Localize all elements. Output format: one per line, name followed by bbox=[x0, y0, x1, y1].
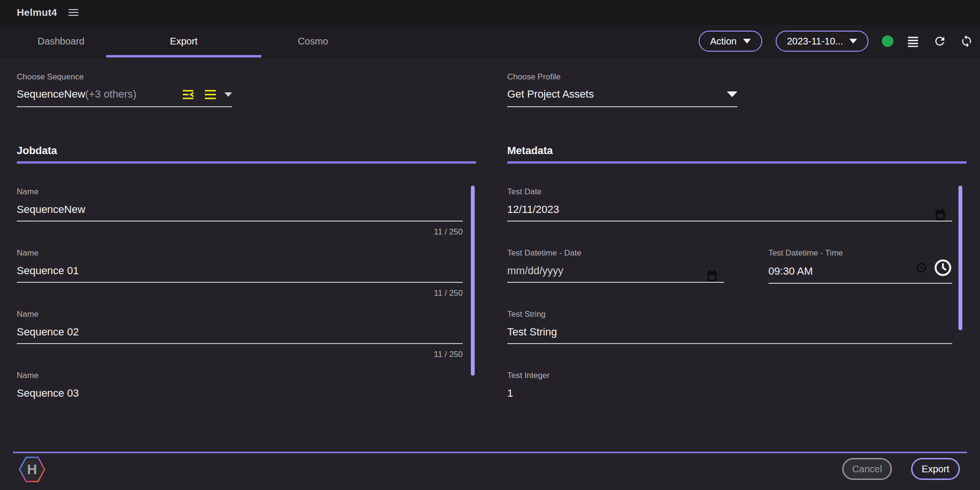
app-window: Helmut4 Dashboard Export Cosmo Action bbox=[0, 0, 980, 490]
test-integer-label: Test Integer bbox=[507, 370, 952, 381]
date-dropdown-button[interactable]: 2023-11-10... bbox=[776, 31, 869, 52]
footer-divider bbox=[13, 452, 967, 453]
jobdata-rule bbox=[17, 161, 476, 164]
tab-export[interactable]: Export bbox=[106, 25, 261, 57]
test-date-label: Test Date bbox=[507, 187, 952, 197]
char-counter: 11 / 250 bbox=[17, 289, 463, 298]
calendar-icon[interactable] bbox=[934, 208, 947, 223]
profile-chevron-down-icon[interactable] bbox=[727, 91, 737, 97]
test-string-input[interactable] bbox=[507, 325, 952, 339]
action-dropdown-label: Action bbox=[710, 36, 737, 47]
sequence-chooser-underline bbox=[17, 106, 232, 107]
sequence-chevron-down-icon[interactable] bbox=[224, 92, 232, 97]
cancel-button[interactable]: Cancel bbox=[842, 458, 892, 480]
test-datetime-date-label: Test Datetime - Date bbox=[507, 248, 724, 258]
input-underline bbox=[17, 282, 463, 283]
hamburger-menu-icon[interactable] bbox=[68, 9, 78, 16]
test-date-field: Test Date bbox=[507, 187, 952, 248]
sequence-chooser-extra: (+3 others) bbox=[85, 88, 136, 100]
log-list-icon[interactable] bbox=[907, 35, 920, 48]
name-label: Name bbox=[17, 248, 463, 258]
jobdata-field-list: Name 11 / 250 Name 11 / 250 Name 11 / 25… bbox=[17, 187, 463, 432]
top-bar: Helmut4 bbox=[0, 0, 980, 25]
input-underline bbox=[768, 283, 952, 284]
app-title: Helmut4 bbox=[17, 7, 57, 18]
test-string-field: Test String bbox=[507, 309, 952, 370]
metadata-section-header: Metadata bbox=[507, 145, 967, 164]
name-input-3[interactable] bbox=[17, 325, 463, 339]
jobdata-title: Jobdata bbox=[17, 145, 476, 157]
helmut4-logo[interactable]: H bbox=[18, 455, 46, 484]
connection-status-indicator bbox=[882, 35, 893, 47]
test-string-label: Test String bbox=[507, 309, 952, 320]
jobdata-section-header: Jobdata bbox=[17, 145, 476, 164]
name-label: Name bbox=[17, 370, 463, 381]
test-integer-input[interactable] bbox=[507, 386, 952, 401]
metadata-scrollbar[interactable] bbox=[958, 186, 962, 330]
chevron-down-icon bbox=[849, 39, 857, 44]
profile-chooser-label: Choose Profile bbox=[507, 72, 737, 82]
metadata-field-list: Test Date Test Datetime - Date bbox=[507, 187, 952, 432]
sequence-chooser-label: Choose Sequence bbox=[17, 72, 232, 82]
date-dropdown-label: 2023-11-10... bbox=[787, 36, 844, 47]
tab-list: Dashboard Export Cosmo bbox=[16, 25, 365, 57]
input-underline bbox=[17, 343, 463, 344]
input-underline bbox=[17, 221, 463, 222]
jobdata-scrollbar[interactable] bbox=[471, 186, 475, 376]
name-input-2[interactable] bbox=[17, 264, 463, 278]
calendar-icon[interactable] bbox=[706, 269, 718, 285]
name-input-1[interactable] bbox=[17, 202, 463, 217]
tab-dashboard-label: Dashboard bbox=[38, 36, 85, 47]
test-date-input[interactable] bbox=[507, 202, 952, 217]
profile-chooser: Choose Profile Get Project Assets bbox=[507, 72, 737, 107]
collapse-list-icon[interactable] bbox=[182, 89, 197, 100]
active-tab-indicator bbox=[106, 55, 261, 57]
name-input-4[interactable] bbox=[17, 386, 463, 401]
export-button[interactable]: Export bbox=[911, 458, 960, 480]
profile-chooser-underline bbox=[507, 106, 737, 107]
test-datetime-time-input[interactable] bbox=[768, 264, 912, 278]
jobdata-field-4: Name bbox=[17, 370, 463, 432]
test-datetime-time-label: Test Datetime - Time bbox=[768, 248, 952, 258]
tab-export-label: Export bbox=[170, 36, 198, 47]
input-underline bbox=[507, 343, 952, 344]
char-counter: 11 / 250 bbox=[17, 227, 463, 237]
time-picker-clock-icon[interactable] bbox=[934, 258, 952, 279]
sequence-chooser-value[interactable]: SequenceNew bbox=[17, 88, 85, 100]
test-datetime-row: Test Datetime - Date Test Datet bbox=[507, 248, 952, 309]
action-dropdown-button[interactable]: Action bbox=[699, 31, 762, 52]
chevron-down-icon bbox=[743, 39, 751, 44]
char-counter: 11 / 250 bbox=[17, 350, 463, 359]
tab-bar: Dashboard Export Cosmo Action 2023-11-10… bbox=[0, 25, 980, 57]
test-datetime-date-field: Test Datetime - Date bbox=[507, 248, 724, 309]
input-underline bbox=[507, 221, 952, 222]
metadata-title: Metadata bbox=[507, 145, 967, 157]
profile-chooser-value[interactable]: Get Project Assets bbox=[507, 88, 594, 100]
native-clock-icon[interactable] bbox=[916, 262, 927, 275]
sync-icon[interactable] bbox=[960, 34, 973, 48]
name-label: Name bbox=[17, 309, 463, 320]
metadata-rule bbox=[507, 161, 967, 164]
toolbar-controls: Action 2023-11-10... bbox=[699, 25, 973, 57]
jobdata-field-3: Name 11 / 250 bbox=[17, 309, 463, 370]
input-underline bbox=[507, 282, 724, 283]
svg-text:H: H bbox=[27, 462, 37, 477]
test-datetime-time-field: Test Datetime - Time bbox=[768, 248, 952, 309]
refresh-icon[interactable] bbox=[933, 34, 947, 48]
test-datetime-date-input[interactable] bbox=[507, 264, 724, 278]
sequence-chooser: Choose Sequence SequenceNew (+3 others) bbox=[17, 72, 232, 107]
sequence-list-icon[interactable] bbox=[204, 89, 217, 100]
jobdata-field-2: Name 11 / 250 bbox=[17, 248, 463, 309]
tab-cosmo-label: Cosmo bbox=[298, 36, 328, 47]
tab-dashboard[interactable]: Dashboard bbox=[16, 25, 106, 57]
tab-cosmo[interactable]: Cosmo bbox=[261, 25, 365, 57]
name-label: Name bbox=[17, 187, 463, 197]
test-integer-field: Test Integer bbox=[507, 370, 952, 432]
jobdata-field-1: Name 11 / 250 bbox=[17, 187, 463, 248]
